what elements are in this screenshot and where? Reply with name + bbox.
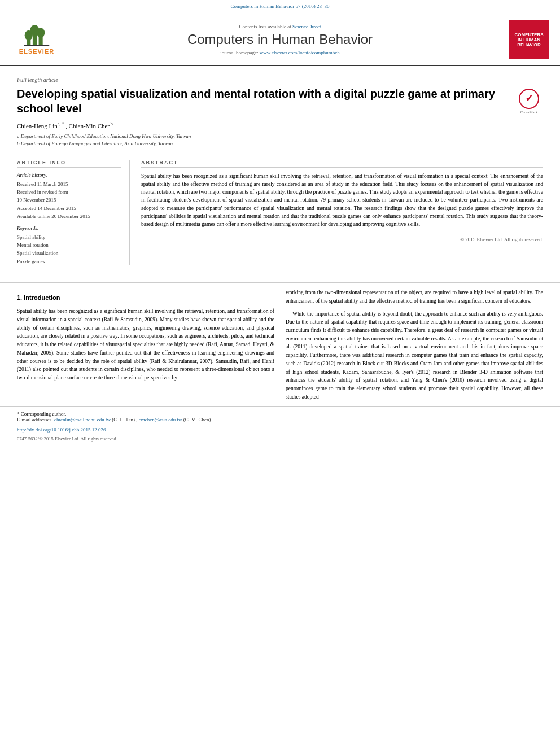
author-2-sup: b <box>111 121 113 126</box>
homepage-line: journal homepage: www.elsevier.com/locat… <box>62 50 498 55</box>
crossmark-label: CrossMark <box>520 110 537 115</box>
keyword-1: Spatial ability <box>17 233 121 241</box>
doi-line: Computers in Human Behavior 57 (2016) 23… <box>0 3 560 9</box>
keyword-2: Mental rotation <box>17 241 121 249</box>
email-line: E-mail addresses: chienlin@mail.ndhu.edu… <box>17 417 543 422</box>
author-1-name: Chien-Heng Lin <box>17 123 58 129</box>
affiliation-b: b Department of Foreign Languages and Li… <box>17 140 543 148</box>
section-divider <box>0 282 560 283</box>
corresponding-author-note: * Corresponding author. <box>17 411 543 417</box>
body-col2-para2: While the importance of spatial ability … <box>286 310 543 401</box>
cover-text: COMPUTERS IN HUMAN BEHAVIOR <box>514 32 543 47</box>
contents-line: Contents lists available at ScienceDirec… <box>62 24 498 29</box>
email-1-link[interactable]: chienlin@mail.ndhu.edu.tw <box>54 417 111 422</box>
keyword-3: Spatial visualization <box>17 249 121 257</box>
journal-title: Computers in Human Behavior <box>62 32 498 47</box>
rights-footer: 0747-5632/© 2015 Elsevier Ltd. All right… <box>0 435 560 446</box>
elsevier-tree-icon <box>20 24 54 47</box>
homepage-link[interactable]: www.elsevier.com/locate/comphumbeh <box>260 50 340 55</box>
right-logo-section: COMPUTERS IN HUMAN BEHAVIOR <box>498 20 549 59</box>
elsevier-logo: ELSEVIER <box>11 24 62 55</box>
author-connector: , Chien-Min Chen <box>65 123 111 129</box>
doi-footer: http://dx.doi.org/10.1016/j.chb.2015.12.… <box>0 425 560 435</box>
doi-link[interactable]: http://dx.doi.org/10.1016/j.chb.2015.12.… <box>17 427 106 433</box>
left-logo: ELSEVIER <box>11 24 62 55</box>
footnote-section: * Corresponding author. E-mail addresses… <box>0 406 560 425</box>
copyright-line: © 2015 Elsevier Ltd. All rights reserved… <box>141 233 543 242</box>
journal-cover-image: COMPUTERS IN HUMAN BEHAVIOR <box>509 20 549 59</box>
section-1-number: 1. <box>17 294 22 301</box>
affiliation-a: a Department of Early Childhood Educatio… <box>17 133 543 141</box>
body-col1-para1: Spatial ability has been recognized as a… <box>17 307 274 382</box>
journal-banner: ELSEVIER Contents lists available at Sci… <box>0 14 560 66</box>
email-label: E-mail addresses: <box>17 417 53 422</box>
svg-point-5 <box>37 28 45 38</box>
science-direct-link[interactable]: ScienceDirect <box>292 24 321 29</box>
available-online: Available online 20 December 2015 <box>17 212 121 220</box>
abstract-panel: ABSTRACT Spatial ability has been recogn… <box>141 160 543 266</box>
email-2-link[interactable]: cmchen@asia.edu.tw <box>139 417 182 422</box>
received-revised-date: 10 November 2015 <box>17 196 121 204</box>
article-info-panel: ARTICLE INFO Article history: Received 1… <box>17 160 130 266</box>
article-info-heading: ARTICLE INFO <box>17 160 121 168</box>
journal-header: Computers in Human Behavior 57 (2016) 23… <box>0 0 560 14</box>
author-1-sup: a, * <box>58 121 64 126</box>
email-1-author: (C.-H. Lin) <box>112 417 135 422</box>
section-1-title: Introduction <box>24 294 60 301</box>
abstract-heading: ABSTRACT <box>141 160 543 168</box>
info-abstract-columns: ARTICLE INFO Article history: Received 1… <box>17 154 543 266</box>
article-section: Full length article Developing spatial v… <box>0 66 560 277</box>
body-col2-para1: working from the two-dimensional represe… <box>286 289 543 305</box>
crossmark-section[interactable]: ✓ CrossMark <box>515 89 543 115</box>
center-section: Contents lists available at ScienceDirec… <box>62 24 498 55</box>
body-col-right: working from the two-dimensional represe… <box>286 289 543 405</box>
accepted-date: Accepted 14 December 2015 <box>17 204 121 212</box>
keyword-4: Puzzle games <box>17 257 121 265</box>
received-date: Received 11 March 2015 <box>17 180 121 188</box>
email-2-author: (C.-M. Chen). <box>183 417 212 422</box>
body-columns: 1. Introduction Spatial ability has been… <box>0 289 560 405</box>
article-history-title: Article history: <box>17 172 121 178</box>
crossmark-icon: ✓ <box>519 89 539 109</box>
keywords-title: Keywords: <box>17 225 121 231</box>
affiliations: a Department of Early Childhood Educatio… <box>17 133 543 148</box>
elsevier-label: ELSEVIER <box>19 48 54 55</box>
body-col-left: 1. Introduction Spatial ability has been… <box>17 289 274 405</box>
section-1-heading: 1. Introduction <box>17 293 274 303</box>
svg-rect-1 <box>33 34 37 46</box>
article-type-label: Full length article <box>17 72 543 83</box>
authors-line: Chien-Heng Lina, * , Chien-Min Chenb <box>17 121 543 129</box>
article-title: Developing spatial visualization and men… <box>17 86 515 116</box>
svg-text:✓: ✓ <box>525 93 533 104</box>
article-title-row: Developing spatial visualization and men… <box>17 86 543 116</box>
received-revised-label: Received in revised form <box>17 188 121 196</box>
abstract-text: Spatial ability has been recognized as a… <box>141 172 543 229</box>
svg-rect-2 <box>39 37 43 45</box>
